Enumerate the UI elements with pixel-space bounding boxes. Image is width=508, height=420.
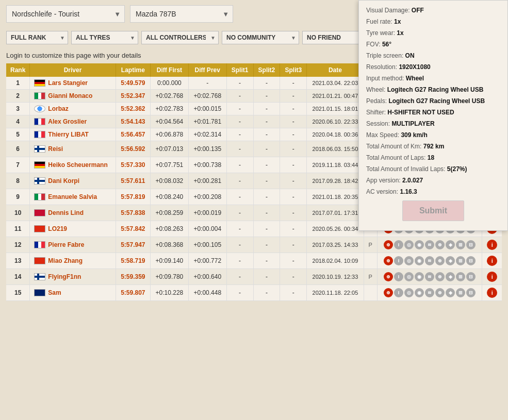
- driver-name[interactable]: Dani Korpi: [48, 177, 79, 184]
- diff-first-cell: +0:08.259: [150, 205, 188, 221]
- table-row: 13 Miao Zhang 5:58.719 +0:09.140 +0:00.7…: [6, 253, 502, 269]
- driver-cell[interactable]: LO219: [30, 221, 116, 237]
- table-row: 15 Sam 5:59.807 +0:10.228 +0:00.448 - - …: [6, 285, 502, 301]
- driver-name[interactable]: Emanuele Salvia: [48, 193, 97, 200]
- info-panel: Visual Damage: OFF Fuel rate: 1x Tyre we…: [358, 0, 508, 231]
- driver-cell[interactable]: Heiko Scheuermann: [30, 157, 116, 173]
- split3-cell: -: [280, 189, 307, 205]
- driver-name[interactable]: Alex Groslier: [48, 118, 87, 125]
- driver-name[interactable]: Sam: [48, 289, 61, 296]
- driver-name[interactable]: Pierre Fabre: [48, 241, 84, 248]
- driver-flag: [34, 273, 45, 280]
- driver-name[interactable]: LO219: [48, 225, 67, 232]
- driver-name[interactable]: Reisi: [48, 145, 63, 153]
- driver-cell[interactable]: Reisi: [30, 141, 116, 157]
- diff-prev-cell: +0:00.640: [188, 269, 226, 285]
- info-cell[interactable]: i: [482, 285, 502, 301]
- info-cell[interactable]: i: [482, 269, 502, 285]
- tyres-filter[interactable]: ALL TYRES ▼: [71, 31, 138, 44]
- wheel-row: Wheel: Logitech G27 Racing Wheel USB: [366, 85, 500, 94]
- driver-cell[interactable]: Miao Zhang: [30, 253, 116, 269]
- driver-name[interactable]: Dennis Lind: [48, 209, 84, 216]
- driver-cell[interactable]: Pierre Fabre: [30, 237, 116, 253]
- driver-cell[interactable]: Alex Groslier: [30, 115, 116, 128]
- rank-select[interactable]: FULL RANK: [6, 31, 68, 44]
- driver-name[interactable]: FlyingF1nn: [48, 273, 81, 280]
- submit-button[interactable]: Submit: [402, 200, 464, 221]
- fov-value: 56°: [382, 41, 391, 48]
- icon-set: ⊕ I ◎ ◉ ≋ ⊛ ◈ ⊞ ⊟: [382, 240, 478, 249]
- info-button[interactable]: i: [487, 256, 497, 266]
- fuel-icon: ≋: [425, 288, 434, 297]
- info-cell[interactable]: i: [482, 237, 502, 253]
- driver-cell[interactable]: Emanuele Salvia: [30, 189, 116, 205]
- pedals-value: Logitech G27 Racing Wheel USB: [388, 97, 485, 105]
- rank-cell: 11: [6, 221, 30, 237]
- split2-cell: -: [253, 205, 280, 221]
- split3-cell: -: [280, 90, 307, 103]
- split1-cell: -: [226, 221, 253, 237]
- max-speed-row: Max Speed: 309 km/h: [366, 130, 500, 140]
- fuel-icon: ≋: [425, 256, 434, 265]
- abs-icon: ⊛: [435, 272, 445, 281]
- driver-flag: [34, 289, 45, 296]
- tc-icon: ◈: [446, 256, 455, 265]
- driver-cell[interactable]: Dani Korpi: [30, 173, 116, 189]
- date-cell: 2020.11.18. 22:05: [307, 285, 364, 301]
- split3-cell: -: [280, 103, 307, 115]
- track-selector[interactable]: Nordschleife - Tourist ▼: [6, 5, 125, 23]
- track-select[interactable]: Nordschleife - Tourist: [6, 5, 125, 23]
- driver-name[interactable]: Lorbaz: [48, 105, 68, 112]
- rank-filter[interactable]: FULL RANK ▼: [6, 31, 68, 44]
- car-selector[interactable]: Mazda 787B ▼: [130, 5, 233, 23]
- info-cell[interactable]: i: [482, 253, 502, 269]
- controllers-select[interactable]: ALL CONTROLLERS: [141, 31, 219, 44]
- laptime-cell: 5:56.457: [116, 128, 150, 141]
- split2-cell: -: [253, 173, 280, 189]
- icons-cell: ⊕ I ◎ ◉ ≋ ⊛ ◈ ⊞ ⊟: [377, 253, 482, 269]
- diff-first-cell: +0:08.368: [150, 237, 188, 253]
- tyre-wear-value: 1x: [397, 29, 403, 37]
- ac-version-row: AC version: 1.16.3: [366, 187, 500, 196]
- driver-cell[interactable]: Sam: [30, 285, 116, 301]
- info-button[interactable]: i: [487, 288, 497, 298]
- community-filter[interactable]: NO COMMUNITY ▼: [222, 31, 299, 44]
- rank-cell: 6: [6, 141, 30, 157]
- driver-cell[interactable]: Gianni Monaco: [30, 90, 116, 103]
- driver-name[interactable]: Miao Zhang: [48, 257, 83, 264]
- icon-set: ⊕ I ◎ ◉ ≋ ⊛ ◈ ⊞ ⊟: [382, 256, 478, 265]
- date-cell: 2017.09.28. 18:42: [307, 173, 364, 189]
- split3-cell: -: [280, 128, 307, 141]
- info-button[interactable]: i: [487, 272, 497, 282]
- diff-first-cell: +0:06.878: [150, 128, 188, 141]
- col-diff-prev: Diff Prev: [188, 63, 226, 77]
- diff-prev-cell: +0:00.281: [188, 173, 226, 189]
- split1-cell: -: [226, 269, 253, 285]
- driver-cell[interactable]: Lars Stangier: [30, 77, 116, 90]
- input-method-label: Input method:: [366, 75, 404, 82]
- driver-name[interactable]: Gianni Monaco: [48, 92, 92, 99]
- split1-cell: -: [226, 189, 253, 205]
- car-select[interactable]: Mazda 787B: [130, 5, 233, 23]
- driver-name[interactable]: Thierry LIBAT: [48, 131, 88, 138]
- split2-cell: -: [253, 285, 280, 301]
- driver-flag: [34, 92, 45, 99]
- driver-cell[interactable]: FlyingF1nn: [30, 269, 116, 285]
- split1-cell: -: [226, 205, 253, 221]
- laptime-cell: 5:57.330: [116, 157, 150, 173]
- driver-cell[interactable]: Lorbaz: [30, 103, 116, 115]
- rank-cell: 1: [6, 77, 30, 90]
- community-select[interactable]: NO COMMUNITY: [222, 31, 299, 44]
- driver-name[interactable]: Lars Stangier: [48, 79, 88, 87]
- driver-name[interactable]: Heiko Scheuermann: [48, 161, 107, 169]
- resolution-row: Resolution: 1920X1080: [366, 62, 500, 72]
- col-split3: Split3: [280, 63, 307, 77]
- tyres-select[interactable]: ALL TYRES: [71, 31, 138, 44]
- info-button[interactable]: i: [487, 240, 497, 250]
- split3-cell: -: [280, 141, 307, 157]
- controllers-filter[interactable]: ALL CONTROLLERS ▼: [141, 31, 219, 44]
- split3-cell: -: [280, 77, 307, 90]
- driver-cell[interactable]: Dennis Lind: [30, 205, 116, 221]
- driver-cell[interactable]: Thierry LIBAT: [30, 128, 116, 141]
- split1-cell: -: [226, 77, 253, 90]
